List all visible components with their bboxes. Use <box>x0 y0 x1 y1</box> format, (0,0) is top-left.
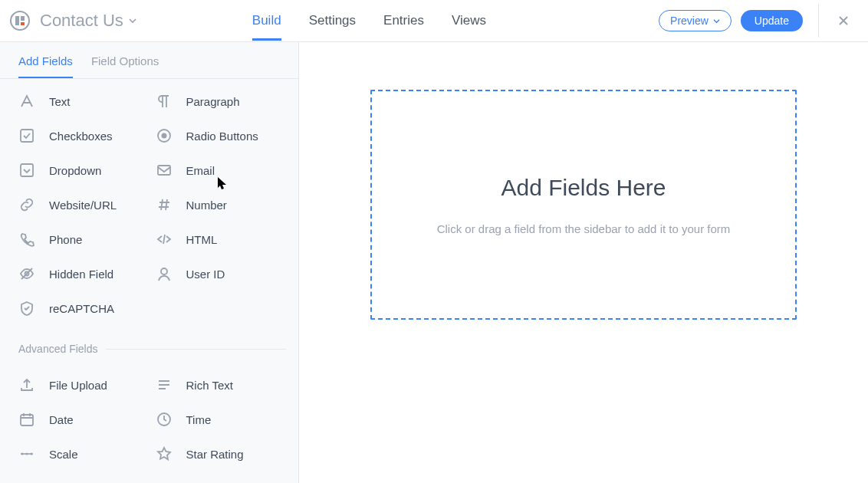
caret-down-icon <box>713 18 720 25</box>
drop-zone[interactable]: Add Fields Here Click or drag a field fr… <box>370 90 797 320</box>
field-html[interactable]: HTML <box>156 231 287 248</box>
phone-icon <box>18 231 35 248</box>
text-icon <box>18 93 35 110</box>
form-canvas: Add Fields Here Click or drag a field fr… <box>299 42 868 483</box>
field-label: Phone <box>49 233 82 246</box>
field-hidden[interactable]: Hidden Field <box>18 265 150 282</box>
advanced-heading: Advanced Fields <box>0 335 298 363</box>
field-label: Rich Text <box>186 379 233 392</box>
field-number[interactable]: Number <box>156 196 287 213</box>
shield-check-icon <box>18 300 35 317</box>
svg-rect-3 <box>21 16 25 21</box>
svg-point-6 <box>161 133 166 139</box>
calendar-icon <box>18 411 35 428</box>
sidebar-tab-field-options[interactable]: Field Options <box>91 54 159 78</box>
sidebar-tab-add-fields[interactable]: Add Fields <box>18 54 73 78</box>
field-url[interactable]: Website/URL <box>18 196 150 213</box>
field-label: reCAPTCHA <box>49 302 114 315</box>
tab-settings[interactable]: Settings <box>309 2 356 41</box>
sidebar-tabs: Add Fields Field Options <box>0 42 298 79</box>
clock-icon <box>156 411 173 428</box>
field-paragraph[interactable]: Paragraph <box>156 93 287 110</box>
field-label: File Upload <box>49 379 107 392</box>
dropdown-icon <box>18 162 35 179</box>
field-recaptcha[interactable]: reCAPTCHA <box>18 300 150 317</box>
field-label: Scale <box>49 448 78 461</box>
paragraph-icon <box>156 93 173 110</box>
svg-rect-8 <box>158 166 170 175</box>
email-icon <box>156 162 173 179</box>
drop-zone-heading: Add Fields Here <box>501 175 666 201</box>
field-label: Star Rating <box>186 448 244 461</box>
svg-rect-1 <box>15 16 19 25</box>
divider <box>818 4 819 38</box>
field-label: User ID <box>186 268 225 281</box>
update-button[interactable]: Update <box>741 10 803 31</box>
drop-zone-subtext: Click or drag a field from the sidebar t… <box>437 222 731 235</box>
radio-icon <box>156 127 173 144</box>
svg-rect-4 <box>21 130 33 142</box>
field-phone[interactable]: Phone <box>18 231 150 248</box>
form-title-text: Contact Us <box>40 11 123 31</box>
field-rich[interactable]: Rich Text <box>156 376 287 393</box>
form-title-dropdown[interactable]: Contact Us <box>40 11 137 31</box>
cursor-icon <box>217 176 228 190</box>
field-label: Number <box>186 199 227 212</box>
field-label: Radio Buttons <box>186 130 258 143</box>
tab-views[interactable]: Views <box>452 2 486 41</box>
field-radio[interactable]: Radio Buttons <box>156 127 287 144</box>
field-checkboxes[interactable]: Checkboxes <box>18 127 150 144</box>
field-label: Email <box>186 164 215 177</box>
field-scale[interactable]: Scale <box>18 445 150 462</box>
topbar-actions: Preview Update <box>659 4 853 38</box>
svg-rect-2 <box>21 22 25 25</box>
field-label: Date <box>49 413 74 426</box>
field-label: Hidden Field <box>49 268 113 281</box>
field-label: Checkboxes <box>49 130 113 143</box>
field-label: HTML <box>186 233 218 246</box>
field-label: Paragraph <box>186 95 240 108</box>
basic-fields: Text Paragraph Checkboxes Radio Buttons … <box>0 79 298 324</box>
hash-icon <box>156 196 173 213</box>
close-button[interactable] <box>834 12 853 30</box>
tab-entries[interactable]: Entries <box>383 2 424 41</box>
field-upload[interactable]: File Upload <box>18 376 150 393</box>
field-time[interactable]: Time <box>156 411 287 428</box>
svg-rect-11 <box>21 415 33 426</box>
section-label: Advanced Fields <box>18 343 98 355</box>
sidebar: Add Fields Field Options Text Paragraph … <box>0 42 299 483</box>
field-star[interactable]: Star Rating <box>156 445 287 462</box>
star-icon <box>156 445 173 462</box>
field-date[interactable]: Date <box>18 411 150 428</box>
tab-build[interactable]: Build <box>252 2 281 41</box>
topbar: Contact Us Build Settings Entries Views … <box>0 0 868 42</box>
svg-rect-7 <box>21 164 33 176</box>
divider-line <box>106 349 286 350</box>
app-logo-icon <box>9 10 31 31</box>
svg-point-10 <box>161 268 167 274</box>
field-label: Text <box>49 95 71 108</box>
rich-text-icon <box>156 376 173 393</box>
field-label: Dropdown <box>49 164 101 177</box>
field-text[interactable]: Text <box>18 93 150 110</box>
link-icon <box>18 196 35 213</box>
field-label: Time <box>186 413 212 426</box>
caret-down-icon <box>128 16 137 25</box>
main-tabs: Build Settings Entries Views <box>252 2 486 41</box>
code-icon <box>156 231 173 248</box>
checkbox-icon <box>18 127 35 144</box>
preview-button[interactable]: Preview <box>659 10 732 31</box>
preview-label: Preview <box>670 15 709 27</box>
advanced-fields: File Upload Rich Text Date Time Scale St… <box>0 363 298 470</box>
upload-icon <box>18 376 35 393</box>
field-dropdown[interactable]: Dropdown <box>18 162 150 179</box>
field-label: Website/URL <box>49 199 117 212</box>
scale-icon <box>18 445 35 462</box>
eye-off-icon <box>18 265 35 282</box>
svg-point-0 <box>11 12 29 30</box>
field-userid[interactable]: User ID <box>156 265 287 282</box>
user-icon <box>156 265 173 282</box>
